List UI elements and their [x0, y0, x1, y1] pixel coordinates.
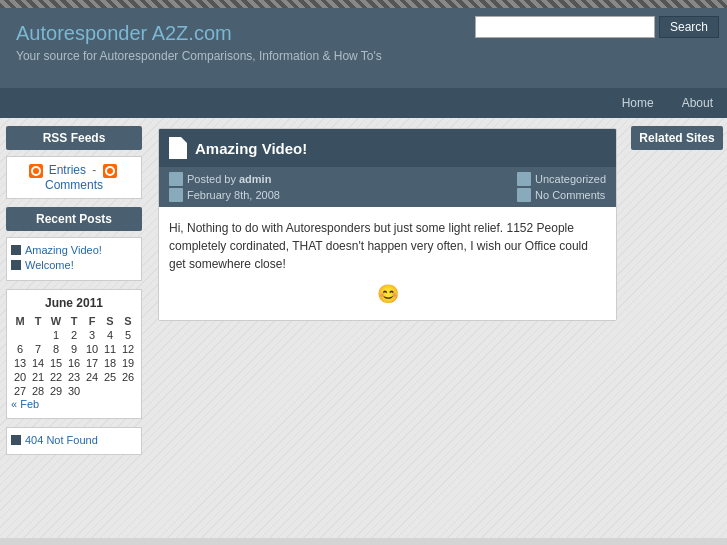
meta-category: Uncategorized [517, 172, 606, 186]
site-tagline: Your source for Autoresponder Comparison… [16, 49, 441, 63]
list-item: Welcome! [11, 259, 137, 271]
post-meta-bar: Posted by admin February 8th, 2008 Uncat… [159, 167, 616, 207]
post-body: Hi, Nothing to do with Autoresponders bu… [159, 207, 616, 320]
rss-entries-icon [29, 164, 43, 178]
post-card: Amazing Video! Posted by admin February … [158, 128, 617, 321]
main-layout: RSS Feeds Entries - Comments Recent Post… [0, 118, 727, 538]
calendar-table: M T W T F S S 12345 6789101112 [11, 314, 137, 398]
page-link-404[interactable]: 404 Not Found [25, 434, 98, 446]
meta-author: Posted by admin [169, 172, 280, 186]
table-row: 12345 [11, 328, 137, 342]
list-item: Amazing Video! [11, 244, 137, 256]
user-icon [169, 172, 183, 186]
calendar-title: June 2011 [11, 296, 137, 310]
table-row: 6789101112 [11, 342, 137, 356]
post-header-bar: Amazing Video! [159, 129, 616, 167]
rss-separator: - [92, 163, 96, 177]
nav-bar: Home About [0, 88, 727, 118]
header-left: Autoresponder A2Z.com Your source for Au… [0, 8, 457, 88]
cal-header-w: W [47, 314, 65, 328]
meta-date-text: February 8th, 2008 [187, 189, 280, 201]
post-title: Amazing Video! [195, 140, 307, 157]
recent-posts-list: Amazing Video! Welcome! [6, 237, 142, 281]
meta-category-text: Uncategorized [535, 173, 606, 185]
rss-links-box: Entries - Comments [6, 156, 142, 199]
sidebar-right: Related Sites [627, 118, 727, 538]
site-header: Autoresponder A2Z.com Your source for Au… [0, 8, 727, 88]
header-right: Search [457, 8, 727, 88]
calendar-widget: June 2011 M T W T F S S 12345 [6, 289, 142, 419]
post-meta-left: Posted by admin February 8th, 2008 [169, 172, 280, 202]
recent-post-link-2[interactable]: Welcome! [25, 259, 74, 271]
rss-comments-link[interactable]: Comments [45, 178, 103, 192]
calendar-icon [169, 188, 183, 202]
site-title: Autoresponder A2Z.com [16, 22, 441, 45]
table-row: 20212223242526 [11, 370, 137, 384]
cal-header-t: T [29, 314, 47, 328]
table-row: 13141516171819 [11, 356, 137, 370]
rss-entries-link[interactable]: Entries [49, 163, 86, 177]
nav-about[interactable]: About [668, 88, 727, 118]
search-input[interactable] [475, 16, 655, 38]
search-bar: Search [475, 16, 719, 38]
pages-list: 404 Not Found [6, 427, 142, 455]
list-item: 404 Not Found [11, 434, 137, 446]
post-bullet-icon [11, 245, 21, 255]
page-bullet-icon [11, 435, 21, 445]
rss-feeds-heading: RSS Feeds [6, 126, 142, 150]
related-sites-heading: Related Sites [631, 126, 723, 150]
meta-comments-text: No Comments [535, 189, 605, 201]
search-button[interactable]: Search [659, 16, 719, 38]
cal-header-s2: S [119, 314, 137, 328]
main-content: Amazing Video! Posted by admin February … [148, 118, 627, 538]
meta-date: February 8th, 2008 [169, 188, 280, 202]
comment-icon [517, 188, 531, 202]
calendar-prev-link[interactable]: « Feb [11, 398, 137, 410]
tag-icon [517, 172, 531, 186]
post-bullet-icon [11, 260, 21, 270]
post-body-text: Hi, Nothing to do with Autoresponders bu… [169, 219, 606, 273]
rss-comments-icon [103, 164, 117, 178]
cal-header-f: F [83, 314, 101, 328]
meta-comments: No Comments [517, 188, 606, 202]
top-stripe [0, 0, 727, 8]
post-document-icon [169, 137, 187, 159]
emoji-icon: 😊 [169, 281, 606, 308]
meta-author-text: Posted by admin [187, 173, 271, 185]
cal-header-t2: T [65, 314, 83, 328]
nav-home[interactable]: Home [608, 88, 668, 118]
cal-header-m: M [11, 314, 29, 328]
table-row: 27282930 [11, 384, 137, 398]
post-meta-right: Uncategorized No Comments [517, 172, 606, 202]
cal-header-s: S [101, 314, 119, 328]
sidebar-left: RSS Feeds Entries - Comments Recent Post… [0, 118, 148, 538]
recent-posts-heading: Recent Posts [6, 207, 142, 231]
recent-post-link-1[interactable]: Amazing Video! [25, 244, 102, 256]
